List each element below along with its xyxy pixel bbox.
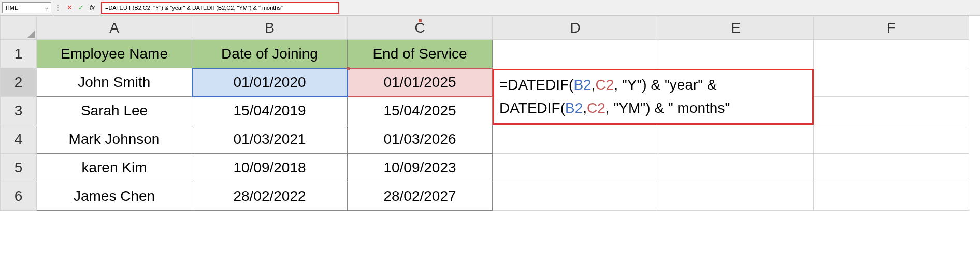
cell-A5[interactable]: karen Kim: [37, 154, 192, 182]
cell-B2[interactable]: 01/01/2020: [192, 68, 348, 97]
cell-A1[interactable]: Employee Name: [37, 40, 192, 68]
column-header-B[interactable]: B: [192, 16, 348, 40]
cell-C3[interactable]: 15/04/2025: [348, 97, 493, 125]
name-box-value: TIME: [5, 5, 18, 11]
formula-part: DATEDIF(: [499, 100, 565, 116]
cell-A6[interactable]: James Chen: [37, 182, 192, 211]
fx-icon[interactable]: fx: [88, 3, 97, 13]
formula-input[interactable]: =DATEDIF(B2,C2, "Y") & "year" & DATEDIF(…: [101, 2, 339, 14]
cell-C2[interactable]: 01/01/2025: [348, 68, 493, 97]
cell-F3[interactable]: [814, 97, 969, 125]
column-header-C[interactable]: C: [348, 16, 493, 40]
select-all-corner[interactable]: [1, 16, 37, 40]
cell-A2[interactable]: John Smith: [37, 68, 192, 97]
cell-ref-C2: C2: [595, 77, 614, 93]
cell-B6[interactable]: 28/02/2022: [192, 182, 348, 211]
row-header-6[interactable]: 6: [1, 182, 37, 211]
cell-F4[interactable]: [814, 125, 969, 154]
cancel-button[interactable]: ✕: [65, 3, 74, 13]
cell-C4[interactable]: 01/03/2026: [348, 125, 493, 154]
cell-D6[interactable]: [493, 182, 658, 211]
row-header-2[interactable]: 2: [1, 68, 37, 97]
formula-part: =DATEDIF(: [499, 77, 573, 93]
cell-F6[interactable]: [814, 182, 969, 211]
spreadsheet: A B C D E F 1 Employee Name Date of Join…: [0, 16, 980, 211]
cell-D4[interactable]: [493, 125, 658, 154]
cell-B5[interactable]: 10/09/2018: [192, 154, 348, 182]
cell-D1[interactable]: [493, 40, 658, 68]
cell-E1[interactable]: [658, 40, 814, 68]
cell-F2[interactable]: [814, 68, 969, 97]
row-header-3[interactable]: 3: [1, 97, 37, 125]
formula-part: , "YM") & " months": [606, 100, 730, 116]
cell-B3[interactable]: 15/04/2019: [192, 97, 348, 125]
row-header-4[interactable]: 4: [1, 125, 37, 154]
column-header-D[interactable]: D: [493, 16, 658, 40]
row-header-1[interactable]: 1: [1, 40, 37, 68]
cell-E4[interactable]: [658, 125, 814, 154]
cell-A3[interactable]: Sarah Lee: [37, 97, 192, 125]
column-header-E[interactable]: E: [658, 16, 814, 40]
cell-D5[interactable]: [493, 154, 658, 182]
name-box[interactable]: TIME ⌄: [2, 2, 51, 13]
cell-B1[interactable]: Date of Joining: [192, 40, 348, 68]
cell-E5[interactable]: [658, 154, 814, 182]
cell-C1[interactable]: End of Service: [348, 40, 493, 68]
formula-edit-overlay[interactable]: =DATEDIF(B2,C2, "Y") & "year" & DATEDIF(…: [493, 69, 814, 125]
enter-button[interactable]: ✓: [76, 3, 85, 13]
cell-ref-B2: B2: [565, 100, 583, 116]
cell-A4[interactable]: Mark Johnson: [37, 125, 192, 154]
cell-B4[interactable]: 01/03/2021: [192, 125, 348, 154]
formula-bar-area: TIME ⌄ ⋮ ✕ ✓ fx =DATEDIF(B2,C2, "Y") & "…: [0, 0, 980, 16]
cell-E6[interactable]: [658, 182, 814, 211]
formula-part: ,: [583, 100, 587, 116]
cell-F1[interactable]: [814, 40, 969, 68]
cell-ref-B2: B2: [573, 77, 591, 93]
formula-part: , "Y") & "year" &: [614, 77, 716, 93]
column-header-A[interactable]: A: [37, 16, 192, 40]
grid: A B C D E F 1 Employee Name Date of Join…: [0, 16, 969, 211]
cell-C5[interactable]: 10/09/2023: [348, 154, 493, 182]
cell-C6[interactable]: 28/02/2027: [348, 182, 493, 211]
cell-F5[interactable]: [814, 154, 969, 182]
column-header-F[interactable]: F: [814, 16, 969, 40]
row-header-5[interactable]: 5: [1, 154, 37, 182]
formula-text: =DATEDIF(B2,C2, "Y") & "year" & DATEDIF(…: [105, 5, 283, 11]
separator: ⋮: [53, 4, 63, 12]
cell-ref-C2: C2: [587, 100, 606, 116]
chevron-down-icon[interactable]: ⌄: [44, 4, 49, 11]
